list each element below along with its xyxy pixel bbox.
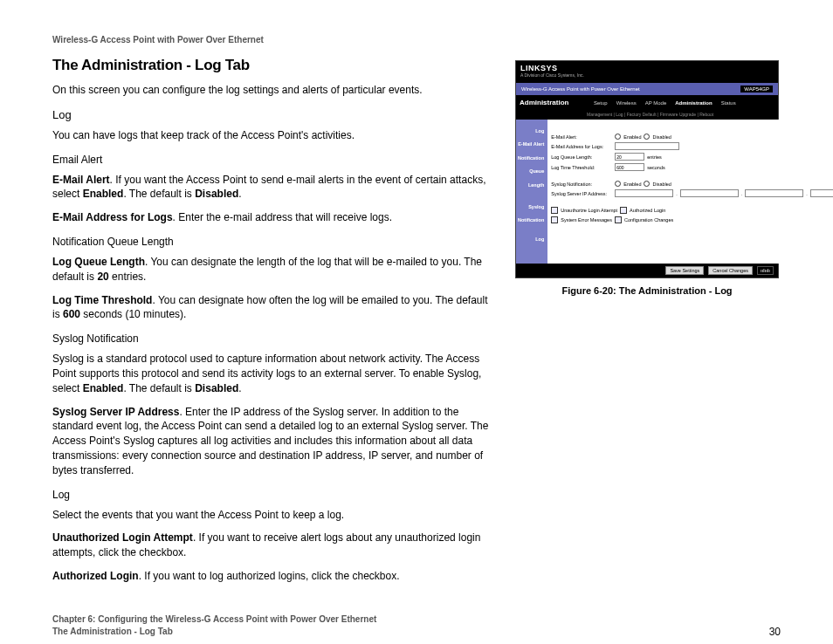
brand-subtitle: A Division of Cisco Systems, Inc. xyxy=(520,72,774,78)
cisco-logo: ıılıılı xyxy=(757,266,774,275)
row-qlen: Log Queue Length: entries xyxy=(551,153,833,161)
input-ip4[interactable] xyxy=(810,189,833,197)
intro-text: On this screen you can configure the log… xyxy=(52,83,489,98)
tab-setup[interactable]: Setup xyxy=(594,100,608,106)
cancel-button[interactable]: Cancel Changes xyxy=(708,266,753,275)
label-authorized-login: Authorized Login xyxy=(52,570,139,582)
heading-log-2: Log xyxy=(52,489,489,501)
input-ip2[interactable] xyxy=(680,189,739,197)
unit-seconds: seconds xyxy=(647,165,665,170)
side-log2: Log xyxy=(518,233,544,246)
shot-subnav: Management | Log | Factory Default | Fir… xyxy=(516,110,778,120)
footer-left: Chapter 6: Configuring the Wireless-G Ac… xyxy=(52,613,376,638)
page-number: 30 xyxy=(769,626,781,638)
label-syslog-ip: Syslog Server IP Address xyxy=(52,406,179,418)
value-20: 20 xyxy=(97,271,108,283)
opt-disabled2: Disabled xyxy=(652,182,671,187)
side-email: E-Mail Alert xyxy=(518,138,544,151)
radio-disabled[interactable] xyxy=(644,134,650,140)
radio-syslog-disabled[interactable] xyxy=(644,181,650,187)
log-desc: You can have logs that keep track of the… xyxy=(52,128,489,143)
label-unauthorized-login: Unauthorized Login Attempt xyxy=(52,531,193,544)
syslog-p1: Syslog is a standard protocol used to ca… xyxy=(52,352,489,395)
footer-chapter: Chapter 6: Configuring the Wireless-G Ac… xyxy=(52,613,376,626)
tab-wireless[interactable]: Wireless xyxy=(616,100,637,106)
t: . The default is xyxy=(123,382,195,394)
row-cb2: System Error Messages Configuration Chan… xyxy=(551,216,833,223)
save-button[interactable]: Save Settings xyxy=(665,266,704,275)
footer-section: The Administration - Log Tab xyxy=(52,626,376,638)
row-cb1: Unauthorize Login Attempt Authorized Log… xyxy=(551,207,833,214)
side-syslog: Syslog Notification xyxy=(518,201,544,228)
heading-syslog: Syslog Notification xyxy=(52,332,489,345)
t: . xyxy=(238,188,241,200)
checkbox-al[interactable] xyxy=(620,207,627,214)
syslog-p2: Syslog Server IP Address. Enter the IP a… xyxy=(52,405,489,478)
text-column: The Administration - Log Tab On this scr… xyxy=(52,57,489,593)
lbl-email-addr: E-Mail Address for Logs: xyxy=(551,144,612,149)
input-ip3[interactable] xyxy=(745,189,803,197)
input-email-addr[interactable] xyxy=(615,142,679,150)
lbl-email-alert: E-Mail Alert: xyxy=(551,134,612,140)
t: entries. xyxy=(109,271,147,283)
heading-log: Log xyxy=(52,108,489,121)
shot-header: LINKSYS A Division of Cisco Systems, Inc… xyxy=(516,61,778,83)
tab-administration[interactable]: Administration xyxy=(675,100,712,106)
row-syslog: Syslog Notification: Enabled Disabled xyxy=(551,181,833,187)
lbl-qlen: Log Queue Length: xyxy=(551,154,612,160)
t: . xyxy=(238,382,241,394)
cb-ula-label: Unauthorize Login Attempt xyxy=(561,208,617,213)
label-log-queue-length: Log Queue Length xyxy=(52,256,145,268)
label-enabled: Enabled xyxy=(83,188,124,200)
al-p: Authorized Login. If you want to log aut… xyxy=(52,569,489,584)
banner-title: Wireless-G Access Point with Power Over … xyxy=(521,86,640,92)
email-alert-p1: E-Mail Alert. If you want the Access Poi… xyxy=(52,173,489,202)
opt-enabled2: Enabled xyxy=(623,182,641,187)
model-badge: WAP54GP xyxy=(740,86,773,92)
lbl-syslog: Syslog Notification: xyxy=(551,182,612,187)
page-footer: Chapter 6: Configuring the Wireless-G Ac… xyxy=(52,613,781,638)
email-alert-p2: E-Mail Address for Logs. Enter the e-mai… xyxy=(52,210,489,225)
t: . The default is xyxy=(123,188,195,200)
checkbox-ula[interactable] xyxy=(551,207,558,214)
ula-p: Unauthorized Login Attempt. If you want … xyxy=(52,531,489,560)
side-log: Log xyxy=(518,125,544,138)
checkbox-cc[interactable] xyxy=(615,216,622,223)
figure-column: LINKSYS A Division of Cisco Systems, Inc… xyxy=(515,57,779,593)
radio-enabled[interactable] xyxy=(615,134,621,140)
lbl-sysip: Syslog Server IP Address: xyxy=(551,191,612,196)
side-labels: Log E-Mail Alert Notification Queue Leng… xyxy=(516,120,547,264)
figure-caption: Figure 6-20: The Administration - Log xyxy=(515,285,779,296)
nq-p2: Log Time Threshold. You can designate ho… xyxy=(52,293,489,323)
label-log-time-threshold: Log Time Threshold xyxy=(52,294,152,306)
checkbox-sem[interactable] xyxy=(551,216,558,223)
label-disabled: Disabled xyxy=(195,382,238,394)
row-thr: Log Time Threshold: seconds xyxy=(551,163,833,171)
heading-email-alert: Email Alert xyxy=(52,154,489,166)
tab-status[interactable]: Status xyxy=(721,100,736,106)
label-enabled: Enabled xyxy=(83,382,124,394)
cb-al-label: Authorized Login xyxy=(630,208,665,213)
opt-disabled: Disabled xyxy=(652,134,671,140)
row-email-addr: E-Mail Address for Logs: xyxy=(551,142,833,150)
input-thr[interactable] xyxy=(615,163,644,171)
unit-entries: entries xyxy=(647,154,662,160)
log2-desc: Select the events that you want the Acce… xyxy=(52,508,489,523)
input-ip1[interactable] xyxy=(615,189,673,197)
brand-logo: LINKSYS xyxy=(520,64,774,72)
shot-nav: Administration Setup Wireless AP Mode Ad… xyxy=(516,95,778,110)
t: . If you want to log authorized logins, … xyxy=(139,570,400,582)
label-email-address: E-Mail Address for Logs xyxy=(52,211,173,223)
nq-p1: Log Queue Length. You can designate the … xyxy=(52,255,489,284)
lbl-thr: Log Time Threshold: xyxy=(551,165,612,170)
label-disabled: Disabled xyxy=(195,188,238,200)
tab-apmode[interactable]: AP Mode xyxy=(645,100,667,106)
opt-enabled: Enabled xyxy=(623,134,641,140)
cb-sem-label: System Error Messages xyxy=(561,217,612,223)
shot-body: Log E-Mail Alert Notification Queue Leng… xyxy=(516,120,778,264)
radio-syslog-enabled[interactable] xyxy=(615,181,621,187)
value-600: 600 xyxy=(63,308,80,320)
row-sysip: Syslog Server IP Address: ... xyxy=(551,189,833,197)
t: seconds (10 minutes). xyxy=(80,308,186,320)
input-qlen[interactable] xyxy=(615,153,644,161)
